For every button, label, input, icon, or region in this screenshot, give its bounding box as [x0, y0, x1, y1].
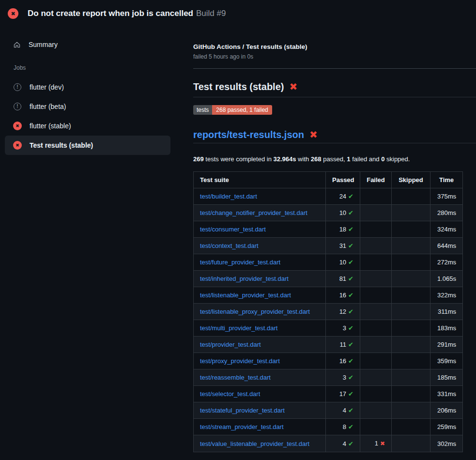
passed-cell-value: 11: [340, 341, 347, 348]
table-row: test/value_listenable_provider_test.dart…: [194, 435, 463, 452]
summary-line: 269 tests were completed in 32.964s with…: [193, 155, 476, 164]
passed-cell: 10✔: [326, 254, 360, 271]
failed-cell: [360, 369, 392, 386]
passed-cell-value: 3: [343, 324, 346, 332]
content-wrapper: Summary Jobs !flutter (dev)!flutter (bet…: [0, 26, 476, 452]
skipped-cell: [392, 254, 430, 271]
table-row: test/proxy_provider_test.dart16✔359ms: [194, 353, 463, 369]
test-suite-link[interactable]: test/context_test.dart: [200, 242, 259, 249]
skipped-cell: [392, 188, 430, 205]
test-suite-cell: test/inherited_provider_test.dart: [194, 271, 326, 287]
check-icon: ✔: [348, 423, 353, 430]
divider: [193, 68, 476, 69]
home-icon: [13, 41, 21, 48]
table-row: test/stateful_provider_test.dart4✔206ms: [194, 402, 463, 419]
time-cell: 272ms: [430, 254, 463, 271]
test-suite-link[interactable]: test/provider_test.dart: [200, 341, 261, 348]
passed-cell: 31✔: [326, 238, 360, 254]
sidebar-item-test-results-stable[interactable]: ✖Test results (stable): [5, 136, 170, 155]
sidebar-item-flutter-stable[interactable]: ✖flutter (stable): [5, 116, 170, 136]
test-suite-cell: test/builder_test.dart: [194, 188, 326, 205]
failed-icon: ✖: [13, 122, 22, 130]
sidebar-item-flutter-beta[interactable]: !flutter (beta): [5, 97, 170, 116]
table-row: test/future_provider_test.dart10✔272ms: [194, 254, 463, 271]
passed-cell-value: 10: [339, 209, 346, 216]
test-suite-link[interactable]: test/builder_test.dart: [200, 193, 257, 200]
test-suite-link[interactable]: test/future_provider_test.dart: [200, 259, 280, 266]
failed-cell: [360, 353, 392, 369]
passed-cell-value: 31: [339, 242, 346, 249]
test-suite-link[interactable]: test/listenable_provider_test.dart: [200, 291, 291, 299]
test-suite-link[interactable]: test/stream_provider_test.dart: [200, 423, 284, 430]
skipped-cell: [392, 304, 430, 320]
failed-x-icon: ✖: [309, 128, 318, 141]
check-icon: ✔: [348, 308, 353, 315]
time-cell: 324ms: [430, 221, 463, 238]
report-file-link[interactable]: reports/test-results.json: [193, 128, 304, 141]
sidebar-item-label: Summary: [29, 40, 58, 49]
passed-cell: 4✔: [326, 402, 360, 419]
sidebar-jobs-list: !flutter (dev)!flutter (beta)✖flutter (s…: [5, 77, 170, 155]
failed-cell: [360, 419, 392, 435]
table-body: test/builder_test.dart24✔375mstest/chang…: [194, 188, 463, 452]
passed-cell: 16✔: [326, 287, 360, 304]
check-icon: ✔: [348, 242, 353, 249]
test-suite-link[interactable]: test/consumer_test.dart: [200, 226, 266, 233]
build-title: Do not create report when job is cancell…: [28, 9, 226, 18]
skipped-cell: [392, 402, 430, 419]
test-suite-link[interactable]: test/multi_provider_test.dart: [200, 324, 277, 332]
time-cell: 183ms: [430, 320, 463, 337]
summary-segment: 1: [347, 155, 350, 163]
test-suite-link[interactable]: test/reassemble_test.dart: [200, 374, 271, 381]
build-number: Build #9: [196, 9, 226, 18]
table-header-row: Test suitePassedFailedSkippedTime: [194, 172, 463, 188]
table-row: test/change_notifier_provider_test.dart1…: [194, 205, 463, 221]
test-suite-link[interactable]: test/stateful_provider_test.dart: [200, 407, 285, 414]
summary-segment: 268: [311, 155, 322, 163]
summary-segment: skipped.: [384, 155, 410, 163]
passed-cell: 10✔: [326, 205, 360, 221]
column-header-test-suite: Test suite: [194, 172, 326, 188]
passed-cell: 24✔: [326, 188, 360, 205]
table-row: test/selector_test.dart17✔331ms: [194, 386, 463, 402]
test-suite-link[interactable]: test/listenable_proxy_provider_test.dart: [200, 308, 310, 315]
build-title-text: Do not create report when job is cancell…: [28, 9, 193, 18]
test-suite-link[interactable]: test/value_listenable_provider_test.dart: [200, 440, 309, 447]
test-suite-link[interactable]: test/selector_test.dart: [200, 390, 260, 398]
passed-cell: 3✔: [326, 369, 360, 386]
summary-segment: failed and: [351, 155, 382, 163]
sidebar-item-flutter-dev[interactable]: !flutter (dev): [5, 77, 170, 97]
passed-cell: 18✔: [326, 221, 360, 238]
skipped-cell: [392, 320, 430, 337]
report-title: reports/test-results.json ✖: [193, 128, 476, 143]
table-row: test/context_test.dart31✔644ms: [194, 238, 463, 254]
passed-cell: 8✔: [326, 419, 360, 435]
check-icon: ✔: [348, 193, 353, 200]
summary-segment: passed,: [322, 155, 347, 163]
skipped-cell: [392, 435, 430, 452]
test-suite-link[interactable]: test/inherited_provider_test.dart: [200, 275, 289, 282]
test-suite-link[interactable]: test/change_notifier_provider_test.dart: [200, 209, 307, 216]
failed-x-icon: ✖: [289, 80, 297, 93]
sidebar-item-summary[interactable]: Summary: [5, 36, 170, 53]
time-cell: 322ms: [430, 287, 463, 304]
skipped-cell: [392, 369, 430, 386]
test-suite-cell: test/selector_test.dart: [194, 386, 326, 402]
tests-badge: tests 268 passed, 1 failed: [193, 105, 272, 115]
test-suite-cell: test/change_notifier_provider_test.dart: [194, 205, 326, 221]
test-suite-cell: test/value_listenable_provider_test.dart: [194, 435, 326, 452]
test-suite-cell: test/listenable_provider_test.dart: [194, 287, 326, 304]
test-suite-cell: test/context_test.dart: [194, 238, 326, 254]
passed-cell-value: 3: [343, 374, 346, 381]
test-suite-cell: test/stateful_provider_test.dart: [194, 402, 326, 419]
skipped-cell: [392, 337, 430, 353]
passed-cell-value: 16: [339, 357, 346, 365]
sidebar-item-label: flutter (beta): [30, 102, 66, 111]
time-cell: 375ms: [430, 188, 463, 205]
check-icon: ✔: [348, 226, 353, 233]
skipped-cell: [392, 287, 430, 304]
passed-cell-value: 12: [339, 308, 346, 315]
failed-cell: [360, 271, 392, 287]
test-results-table: Test suitePassedFailedSkippedTime test/b…: [193, 171, 463, 452]
test-suite-link[interactable]: test/proxy_provider_test.dart: [200, 357, 280, 365]
